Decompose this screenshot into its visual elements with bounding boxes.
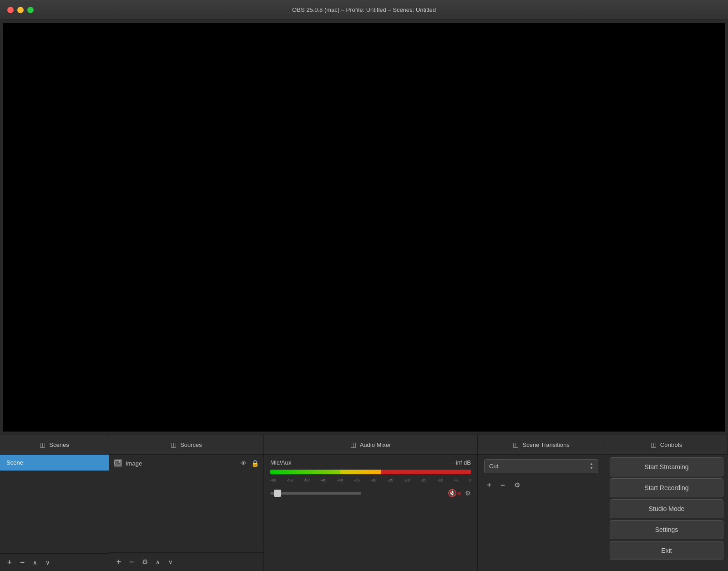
exit-button[interactable]: Exit <box>610 541 723 560</box>
scene-transitions-panel-header: ◫ Scene Transitions <box>478 435 605 454</box>
window-controls <box>7 7 34 13</box>
titlebar: OBS 25.0.8 (mac) – Profile: Untitled – S… <box>0 0 728 20</box>
source-lock-icon[interactable]: 🔒 <box>251 460 259 467</box>
panel-headers: ◫ Scenes ◫ Sources ◫ Audio Mixer ◫ Scene… <box>0 435 728 455</box>
source-type-icon <box>114 459 122 467</box>
sources-panel-header: ◫ Sources <box>109 435 264 454</box>
audio-mixer-panel-title: Audio Mixer <box>360 441 391 448</box>
audio-db-scale: -60 -55 -50 -45 -40 -35 -30 -25 -20 -15 … <box>270 478 471 482</box>
minimize-button[interactable] <box>17 7 24 13</box>
volume-slider-knob[interactable] <box>274 490 281 497</box>
svg-point-1 <box>119 461 121 462</box>
scenes-panel: Scene + − ∧ ∨ <box>0 455 109 571</box>
bottom-panel: ◫ Scenes ◫ Sources ◫ Audio Mixer ◫ Scene… <box>0 435 728 571</box>
scenes-panel-icon: ◫ <box>40 441 46 448</box>
scenes-panel-header: ◫ Scenes <box>0 435 109 454</box>
start-recording-button[interactable]: Start Recording <box>610 478 723 497</box>
scene-down-button[interactable]: ∨ <box>43 557 53 567</box>
audio-level-green <box>270 470 340 474</box>
audio-level-red <box>381 470 471 474</box>
audio-track-settings-button[interactable]: ⚙ <box>465 490 471 497</box>
audio-level-bar <box>270 470 471 474</box>
scene-transitions-footer: + − ⚙ <box>484 480 598 491</box>
add-scene-button[interactable]: + <box>5 557 15 567</box>
settings-button[interactable]: Settings <box>610 520 723 539</box>
mute-button[interactable]: 🔇✕ <box>448 489 461 497</box>
transition-dropdown[interactable]: Cut ▲ ▼ <box>484 459 598 473</box>
remove-source-button[interactable]: − <box>126 557 136 567</box>
audio-track-header: Mic/Aux -inf dB <box>270 459 471 466</box>
volume-slider[interactable] <box>270 492 361 495</box>
sources-panel-icon: ◫ <box>171 441 177 448</box>
studio-mode-button[interactable]: Studio Mode <box>610 499 723 518</box>
remove-transition-button[interactable]: − <box>498 480 508 490</box>
scene-item-label: Scene <box>6 459 23 466</box>
sources-footer: + − ⚙ ∧ ∨ <box>109 552 263 571</box>
volume-slider-container[interactable] <box>270 492 444 495</box>
audio-mixer-panel-icon: ◫ <box>350 441 356 448</box>
remove-scene-button[interactable]: − <box>17 557 27 567</box>
add-source-button[interactable]: + <box>114 557 124 567</box>
scenes-panel-title: Scenes <box>49 441 69 448</box>
mute-x-icon: ✕ <box>457 491 461 497</box>
controls-panel-header: ◫ Controls <box>605 435 728 454</box>
controls-panel-icon: ◫ <box>651 441 657 448</box>
window-title: OBS 25.0.8 (mac) – Profile: Untitled – S… <box>292 6 436 13</box>
audio-track: Mic/Aux -inf dB -60 -55 -50 -45 -40 -35 … <box>270 459 471 497</box>
audio-track-name: Mic/Aux <box>270 459 291 466</box>
start-streaming-button[interactable]: Start Streaming <box>610 457 723 476</box>
source-visibility-icon[interactable]: 👁 <box>240 460 247 467</box>
controls-panel-title: Controls <box>660 441 682 448</box>
audio-level-yellow <box>340 470 380 474</box>
sources-panel-title: Sources <box>180 441 202 448</box>
scene-transitions-panel-icon: ◫ <box>513 441 519 448</box>
scene-transitions-panel: Cut ▲ ▼ + − ⚙ <box>478 455 605 571</box>
scene-transitions-panel-title: Scene Transitions <box>522 441 569 448</box>
audio-track-controls: 🔇✕ ⚙ <box>270 489 471 497</box>
preview-canvas <box>3 23 725 432</box>
source-item-label: Image <box>126 460 142 467</box>
transition-settings-button[interactable]: ⚙ <box>511 480 522 491</box>
transition-arrows-icon: ▲ ▼ <box>590 462 593 470</box>
source-settings-button[interactable]: ⚙ <box>139 556 150 567</box>
scene-item[interactable]: Scene <box>0 455 109 471</box>
source-item-controls: 👁 🔒 <box>240 460 259 467</box>
add-transition-button[interactable]: + <box>484 480 494 490</box>
audio-mixer-panel: Mic/Aux -inf dB -60 -55 -50 -45 -40 -35 … <box>264 455 478 571</box>
source-up-button[interactable]: ∧ <box>153 557 163 567</box>
audio-mixer-panel-header: ◫ Audio Mixer <box>264 435 478 454</box>
controls-panel: Start Streaming Start Recording Studio M… <box>605 455 728 571</box>
audio-track-db: -inf dB <box>454 459 471 466</box>
panel-content: Scene + − ∧ ∨ Image <box>0 455 728 571</box>
scene-up-button[interactable]: ∧ <box>30 557 40 567</box>
sources-panel: Image 👁 🔒 + − ⚙ ∧ ∨ <box>109 455 264 571</box>
close-button[interactable] <box>7 7 14 13</box>
source-item[interactable]: Image 👁 🔒 <box>109 455 263 472</box>
source-down-button[interactable]: ∨ <box>166 557 176 567</box>
transition-current-value: Cut <box>489 463 498 470</box>
scenes-footer: + − ∧ ∨ <box>0 553 109 571</box>
maximize-button[interactable] <box>27 7 34 13</box>
